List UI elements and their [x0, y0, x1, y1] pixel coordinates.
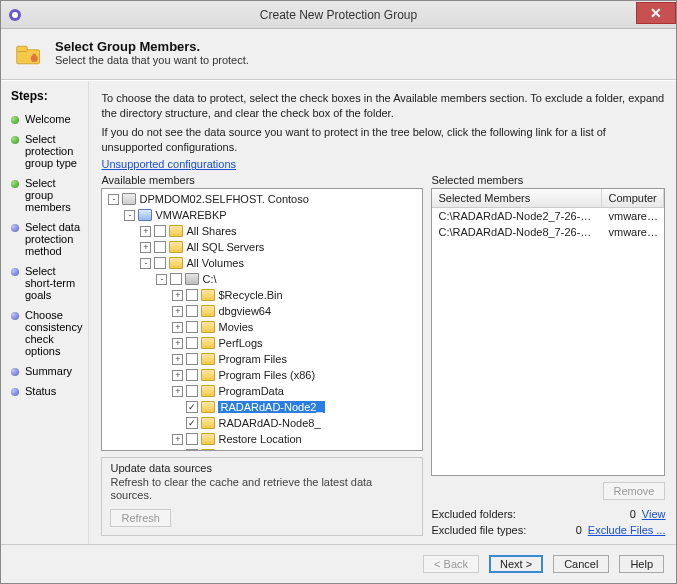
step-item[interactable]: Choose consistency check options	[11, 305, 82, 361]
folder-icon	[169, 225, 183, 237]
cell-member: C:\RADARdAD-Node2_7-26-6-...	[432, 208, 602, 224]
step-label: Select protection group type	[25, 133, 82, 169]
tree-node-label: shPerf-N	[218, 449, 261, 450]
grid-header: Selected Members Computer	[432, 189, 664, 208]
tree-node-label: Movies	[218, 321, 253, 333]
tree-checkbox[interactable]	[186, 305, 198, 317]
steps-panel: Steps: WelcomeSelect protection group ty…	[1, 81, 89, 544]
tree-checkbox[interactable]	[186, 449, 198, 450]
tree-node[interactable]: +Restore Location	[102, 431, 422, 447]
unsupported-configs-link[interactable]: Unsupported configurations	[101, 158, 236, 170]
tree-checkbox[interactable]: ✓	[186, 417, 198, 429]
tree-node[interactable]: +dbgview64	[102, 303, 422, 319]
step-item[interactable]: Status	[11, 381, 82, 401]
tree-node[interactable]: +Program Files (x86)	[102, 367, 422, 383]
refresh-button[interactable]: Refresh	[110, 509, 171, 527]
tree-node[interactable]: -DPMDOM02.SELFHOST. Contoso	[102, 191, 422, 207]
tree-checkbox[interactable]	[170, 273, 182, 285]
tree-node[interactable]: +PerfLogs	[102, 335, 422, 351]
expand-icon[interactable]: +	[140, 242, 151, 253]
tree-node[interactable]: +ProgramData	[102, 383, 422, 399]
excluded-types-label: Excluded file types:	[431, 524, 559, 536]
tree-checkbox[interactable]	[154, 257, 166, 269]
expand-icon[interactable]: +	[172, 434, 183, 445]
tree-node[interactable]: +Program Files	[102, 351, 422, 367]
tree-checkbox[interactable]	[154, 241, 166, 253]
exclude-files-link[interactable]: Exclude Files ...	[588, 524, 666, 536]
folder-icon	[201, 353, 215, 365]
step-label: Choose consistency check options	[25, 309, 82, 357]
folder-users-icon	[15, 41, 43, 69]
tree-checkbox[interactable]	[186, 433, 198, 445]
folder-icon	[201, 385, 215, 397]
tree-checkbox[interactable]	[186, 289, 198, 301]
tree-node-label: C:\	[202, 273, 216, 285]
tree-node[interactable]: -C:\	[102, 271, 422, 287]
tree-node-label: All Volumes	[186, 257, 243, 269]
back-button[interactable]: < Back	[423, 555, 479, 573]
folder-icon	[201, 417, 215, 429]
cancel-button[interactable]: Cancel	[553, 555, 609, 573]
collapse-icon[interactable]: -	[108, 194, 119, 205]
expand-icon[interactable]: +	[172, 370, 183, 381]
close-button[interactable]: ✕	[636, 2, 676, 24]
tree-node[interactable]: -VMWAREBKP	[102, 207, 422, 223]
root-icon	[122, 193, 136, 205]
drive-icon	[185, 273, 199, 285]
pending-bullet-icon	[11, 268, 19, 276]
step-item[interactable]: Welcome	[11, 109, 82, 129]
grid-row[interactable]: C:\RADARdAD-Node8_7-26-6-...vmwareb...	[432, 224, 664, 240]
tree-node[interactable]: +All SQL Servers	[102, 239, 422, 255]
tree-node[interactable]: +$Recycle.Bin	[102, 287, 422, 303]
tree-node[interactable]: +Movies	[102, 319, 422, 335]
expand-icon[interactable]: +	[172, 338, 183, 349]
check-bullet-icon	[11, 136, 19, 144]
step-item[interactable]: Select protection group type	[11, 129, 82, 173]
expand-icon[interactable]: +	[172, 306, 183, 317]
expand-icon[interactable]: +	[172, 290, 183, 301]
pending-bullet-icon	[11, 368, 19, 376]
expand-icon[interactable]: +	[172, 354, 183, 365]
tree-node[interactable]: -All Volumes	[102, 255, 422, 271]
tree-checkbox[interactable]	[186, 321, 198, 333]
collapse-icon[interactable]: -	[156, 274, 167, 285]
grid-row[interactable]: C:\RADARdAD-Node2_7-26-6-...vmwareb...	[432, 208, 664, 224]
step-label: Select group members	[25, 177, 82, 213]
collapse-icon[interactable]: -	[140, 258, 151, 269]
tree-checkbox[interactable]: ✓	[186, 401, 198, 413]
available-members-tree[interactable]: -DPMDOM02.SELFHOST. Contoso-VMWAREBKP+Al…	[101, 188, 423, 450]
step-item[interactable]: Select data protection method	[11, 217, 82, 261]
tree-checkbox[interactable]	[186, 385, 198, 397]
step-item[interactable]: Select short-term goals	[11, 261, 82, 305]
tree-checkbox[interactable]	[154, 225, 166, 237]
remove-button[interactable]: Remove	[603, 482, 666, 500]
selected-members-grid[interactable]: Selected Members Computer C:\RADARdAD-No…	[431, 188, 665, 476]
col-selected-members[interactable]: Selected Members	[432, 189, 602, 207]
expand-icon[interactable]: +	[140, 226, 151, 237]
tree-node-label: ProgramData	[218, 385, 283, 397]
tree-checkbox[interactable]	[186, 369, 198, 381]
expand-icon[interactable]: +	[172, 322, 183, 333]
pending-bullet-icon	[11, 224, 19, 232]
collapse-icon[interactable]: -	[124, 210, 135, 221]
tree-checkbox[interactable]	[186, 337, 198, 349]
step-item[interactable]: Summary	[11, 361, 82, 381]
tree-node[interactable]: +All Shares	[102, 223, 422, 239]
expand-icon[interactable]: +	[172, 386, 183, 397]
step-item[interactable]: Select group members	[11, 173, 82, 217]
help-button[interactable]: Help	[619, 555, 664, 573]
tree-node[interactable]: +shPerf-N	[102, 447, 422, 450]
view-excluded-link[interactable]: View	[642, 508, 666, 520]
tree-node[interactable]: ✓RADARdAD-Node2_	[102, 399, 422, 415]
tree-node[interactable]: ✓RADARdAD-Node8_	[102, 415, 422, 431]
tree-checkbox[interactable]	[186, 353, 198, 365]
col-computer[interactable]: Computer	[602, 189, 664, 207]
folder-icon	[201, 449, 215, 450]
step-label: Select short-term goals	[25, 265, 82, 301]
titlebar: Create New Protection Group ✕	[1, 1, 676, 29]
step-label: Summary	[25, 365, 72, 377]
expand-icon[interactable]: +	[172, 450, 183, 451]
next-button[interactable]: Next >	[489, 555, 543, 573]
tree-node-label: Program Files (x86)	[218, 369, 315, 381]
update-data-sources-group: Update data sources Refresh to clear the…	[101, 457, 423, 537]
